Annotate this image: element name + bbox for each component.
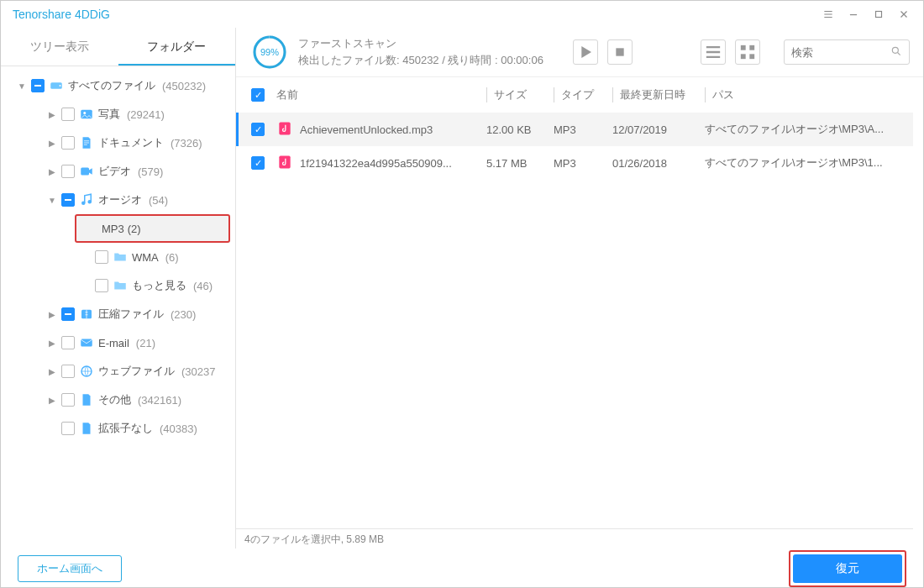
tree-root-all-files[interactable]: ▼ すべてのファイル (450232) bbox=[1, 71, 235, 100]
caret-right-icon[interactable]: ▶ bbox=[46, 310, 58, 319]
stop-button[interactable] bbox=[607, 39, 633, 65]
tree-node-label: その他 bbox=[98, 392, 131, 407]
tree-node-label: ドキュメント bbox=[98, 135, 164, 150]
sidebar: ツリー表示 フォルダー ▼ すべてのファイル (450232) ▶ 写真 (29… bbox=[1, 28, 236, 549]
checkbox[interactable] bbox=[31, 79, 45, 92]
tree-node-document[interactable]: ▶ ドキュメント (7326) bbox=[1, 129, 235, 157]
tree-node-label: E-mail bbox=[98, 337, 129, 349]
file-name: 1f21941322ea4d995a550909... bbox=[300, 157, 452, 170]
tree-node-count: (6) bbox=[165, 251, 179, 264]
svg-rect-18 bbox=[749, 54, 754, 59]
caret-down-icon[interactable]: ▼ bbox=[16, 81, 28, 91]
checkbox[interactable] bbox=[95, 279, 108, 292]
checkbox[interactable] bbox=[61, 365, 75, 378]
caret-down-icon[interactable]: ▼ bbox=[46, 196, 58, 205]
checkbox[interactable] bbox=[61, 108, 75, 121]
row-checkbox[interactable] bbox=[251, 156, 265, 170]
col-header-name[interactable]: 名前 bbox=[276, 87, 486, 102]
view-grid-button[interactable] bbox=[735, 39, 760, 65]
svg-rect-14 bbox=[616, 48, 623, 55]
svg-point-7 bbox=[81, 202, 86, 206]
tree-node-photo[interactable]: ▶ 写真 (29241) bbox=[1, 100, 235, 129]
tree-node-noext[interactable]: ▶ 拡張子なし (40383) bbox=[1, 414, 235, 443]
svg-point-8 bbox=[88, 200, 92, 204]
col-header-path[interactable]: パス bbox=[705, 87, 913, 102]
tree-node-label: ウェブファイル bbox=[98, 364, 175, 379]
tree-node-mp3[interactable]: MP3 (2) bbox=[75, 214, 230, 243]
row-checkbox[interactable] bbox=[251, 123, 265, 136]
select-all-checkbox[interactable] bbox=[251, 88, 265, 102]
tree-node-count: (342161) bbox=[138, 394, 181, 407]
scan-progress-ring: 99% bbox=[251, 34, 288, 71]
menu-button[interactable] bbox=[816, 1, 841, 28]
video-icon bbox=[78, 164, 95, 179]
home-button[interactable]: ホーム画面へ bbox=[18, 555, 122, 582]
archive-icon bbox=[78, 307, 95, 322]
checkbox[interactable] bbox=[61, 336, 75, 349]
search-input[interactable] bbox=[791, 46, 885, 59]
tree-node-label: もっと見る bbox=[132, 278, 186, 293]
tree-node-label: ビデオ bbox=[98, 164, 131, 179]
svg-rect-20 bbox=[279, 122, 290, 134]
tree-node-other[interactable]: ▶ その他 (342161) bbox=[1, 386, 235, 414]
checkbox[interactable] bbox=[95, 250, 108, 264]
checkbox[interactable] bbox=[61, 165, 75, 178]
checkbox[interactable] bbox=[61, 193, 75, 207]
close-button[interactable] bbox=[891, 1, 916, 28]
col-header-size[interactable]: サイズ bbox=[486, 87, 554, 102]
checkbox[interactable] bbox=[61, 307, 75, 321]
svg-rect-16 bbox=[749, 45, 754, 50]
recover-button-highlight: 復元 bbox=[789, 550, 906, 587]
view-list-button[interactable] bbox=[701, 39, 726, 65]
table-row[interactable]: AchievementUnlocked.mp3 12.00 KB MP3 12/… bbox=[236, 113, 913, 146]
footer-bar: ホーム画面へ 復元 bbox=[1, 549, 923, 588]
globe-icon bbox=[78, 364, 95, 379]
title-bar: Tenorshare 4DDiG bbox=[1, 1, 923, 28]
scan-title: ファーストスキャン bbox=[298, 36, 543, 51]
caret-right-icon[interactable]: ▶ bbox=[46, 110, 58, 119]
caret-right-icon[interactable]: ▶ bbox=[46, 367, 58, 376]
svg-rect-21 bbox=[279, 155, 290, 168]
photo-icon bbox=[78, 107, 95, 122]
checkbox[interactable] bbox=[61, 393, 75, 407]
col-header-type[interactable]: タイプ bbox=[554, 87, 612, 102]
svg-rect-17 bbox=[741, 54, 746, 59]
drive-icon bbox=[48, 78, 65, 93]
email-icon bbox=[78, 335, 95, 350]
tree-node-label: 写真 bbox=[98, 107, 120, 122]
recover-button[interactable]: 復元 bbox=[793, 554, 902, 583]
scan-percent-text: 99% bbox=[260, 47, 279, 57]
caret-right-icon[interactable]: ▶ bbox=[46, 139, 58, 148]
play-button[interactable] bbox=[573, 39, 598, 65]
tree-node-video[interactable]: ▶ ビデオ (579) bbox=[1, 157, 235, 186]
tree-node-email[interactable]: ▶ E-mail (21) bbox=[1, 328, 235, 357]
music-file-icon bbox=[276, 154, 293, 173]
tree-node-wma[interactable]: WMA (6) bbox=[1, 243, 235, 271]
checkbox[interactable] bbox=[61, 422, 75, 435]
file-name: AchievementUnlocked.mp3 bbox=[300, 123, 433, 136]
svg-point-19 bbox=[892, 47, 898, 53]
tree-node-web[interactable]: ▶ ウェブファイル (30237 bbox=[1, 357, 235, 386]
tab-tree-view[interactable]: ツリー表示 bbox=[1, 28, 118, 66]
tree-node-label: WMA bbox=[132, 251, 159, 264]
search-box[interactable] bbox=[784, 39, 910, 65]
sidebar-tabs: ツリー表示 フォルダー bbox=[1, 28, 235, 66]
tab-folder[interactable]: フォルダー bbox=[118, 28, 236, 66]
tree-node-more[interactable]: もっと見る (46) bbox=[1, 271, 235, 300]
file-type: MP3 bbox=[554, 157, 612, 170]
app-title: Tenorshare 4DDiG bbox=[13, 8, 110, 21]
minimize-button[interactable] bbox=[841, 1, 866, 28]
maximize-button[interactable] bbox=[866, 1, 891, 28]
col-header-date[interactable]: 最終更新日時 bbox=[612, 87, 705, 102]
checkbox[interactable] bbox=[61, 136, 75, 150]
caret-right-icon[interactable]: ▶ bbox=[46, 396, 58, 405]
file-date: 12/07/2019 bbox=[612, 123, 705, 136]
caret-right-icon[interactable]: ▶ bbox=[46, 167, 58, 176]
caret-right-icon[interactable]: ▶ bbox=[46, 339, 58, 348]
tree-node-audio[interactable]: ▼ オージオ (54) bbox=[1, 186, 235, 214]
document-icon bbox=[78, 135, 95, 150]
file-date: 01/26/2018 bbox=[612, 157, 705, 170]
table-row[interactable]: 1f21941322ea4d995a550909... 5.17 MB MP3 … bbox=[236, 146, 913, 180]
tree-node-archive[interactable]: ▶ 圧縮ファイル (230) bbox=[1, 300, 235, 328]
svg-point-3 bbox=[60, 85, 61, 87]
